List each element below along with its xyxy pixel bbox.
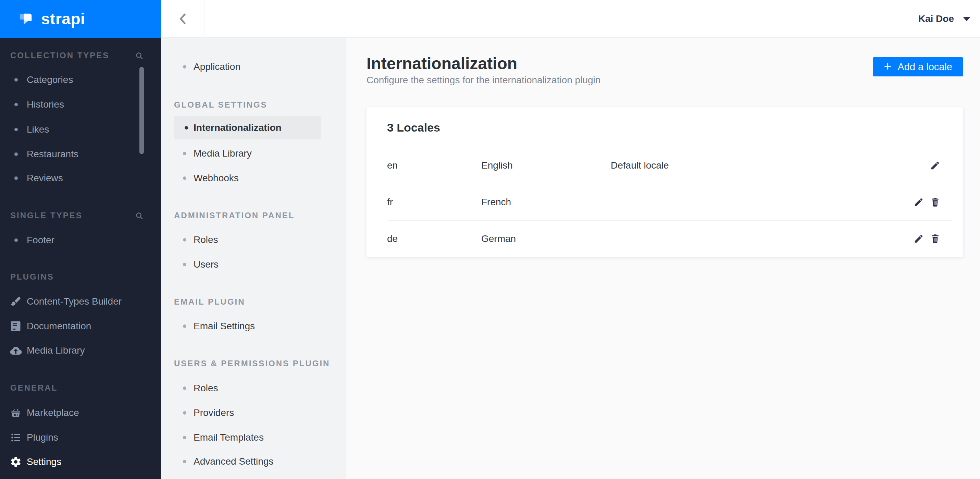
- sidebar-item-label: Categories: [27, 74, 73, 85]
- sidebar-item-label: Plugins: [27, 432, 58, 443]
- strapi-logo-icon: [18, 11, 33, 27]
- settings-item-media-library[interactable]: Media Library: [161, 141, 346, 166]
- settings-item-users[interactable]: Users: [161, 252, 346, 277]
- brush-icon: [9, 294, 22, 309]
- locales-card: 3 Locales en English Default locale fr F…: [366, 107, 963, 257]
- bullet-icon: [183, 436, 186, 439]
- basket-icon: [9, 406, 22, 420]
- settings-item-up-roles[interactable]: Roles: [161, 376, 346, 401]
- settings-item-email-settings[interactable]: Email Settings: [161, 314, 346, 339]
- locale-code: fr: [387, 197, 481, 208]
- sidebar-item-media-library[interactable]: Media Library: [0, 338, 161, 363]
- section-single-types: SINGLE TYPES: [0, 208, 161, 223]
- edit-pencil-icon[interactable]: [913, 233, 924, 244]
- sidebar-item-settings[interactable]: Settings: [0, 450, 161, 474]
- section-label: USERS & PERMISSIONS PLUGIN: [174, 359, 330, 368]
- settings-item-label: Internationalization: [194, 123, 282, 133]
- settings-item-label: Application: [194, 61, 240, 72]
- sidebar-item-label: Settings: [27, 457, 61, 467]
- bullet-icon: [183, 387, 186, 390]
- sidebar-item-label: Footer: [27, 235, 54, 246]
- sidebar-item-categories[interactable]: Categories: [0, 67, 161, 92]
- settings-item-label: Email Settings: [194, 321, 255, 332]
- settings-section-global-settings: GLOBAL SETTINGS: [161, 97, 346, 112]
- strapi-logo[interactable]: strapi: [0, 0, 161, 38]
- edit-pencil-icon[interactable]: [930, 160, 940, 171]
- user-name: Kai Doe: [918, 13, 954, 24]
- locales-card-title: 3 Locales: [366, 107, 963, 147]
- sidebar-item-label: Likes: [27, 124, 49, 135]
- add-locale-button[interactable]: + Add a locale: [873, 57, 963, 76]
- bullet-icon: [183, 460, 186, 463]
- section-label: SINGLE TYPES: [10, 211, 83, 220]
- settings-item-email-templates[interactable]: Email Templates: [161, 425, 346, 450]
- row-actions: [913, 233, 963, 244]
- delete-trash-icon[interactable]: [930, 233, 940, 244]
- section-label: EMAIL PLUGIN: [174, 297, 245, 307]
- locale-status: Default locale: [611, 160, 930, 171]
- section-label: GENERAL: [10, 383, 57, 393]
- sidebar-item-label: Documentation: [27, 321, 91, 332]
- sidebar-item-reviews[interactable]: Reviews: [0, 166, 161, 191]
- locale-row-de: de German: [366, 221, 963, 257]
- locale-code: de: [387, 233, 481, 244]
- section-plugins: PLUGINS: [0, 269, 161, 284]
- bullet-icon: [14, 128, 18, 131]
- bullet-icon: [14, 177, 18, 180]
- bullet-icon: [183, 177, 186, 180]
- delete-trash-icon[interactable]: [930, 197, 940, 208]
- settings-item-webhooks[interactable]: Webhooks: [161, 166, 346, 191]
- settings-item-label: Webhooks: [194, 173, 239, 184]
- search-icon[interactable]: [135, 212, 144, 220]
- edit-pencil-icon[interactable]: [913, 197, 924, 208]
- page-title: Internationalization: [366, 55, 517, 73]
- bullet-icon: [14, 78, 18, 81]
- sidebar-item-content-types-builder[interactable]: Content-Types Builder: [0, 289, 161, 314]
- user-menu[interactable]: Kai Doe: [918, 0, 970, 38]
- locale-name: German: [481, 233, 611, 244]
- sidebar-item-label: Content-Types Builder: [27, 296, 122, 307]
- list-icon: [9, 431, 22, 444]
- settings-item-internationalization[interactable]: Internationalization: [174, 116, 321, 140]
- locale-name: French: [481, 197, 611, 208]
- settings-item-roles[interactable]: Roles: [161, 228, 346, 252]
- bullet-icon: [14, 103, 18, 106]
- bullet-icon: [185, 126, 188, 129]
- bullet-icon: [183, 238, 186, 242]
- sidebar-item-footer[interactable]: Footer: [0, 228, 161, 253]
- search-icon[interactable]: [135, 51, 144, 60]
- section-collection-types: COLLECTION TYPES: [0, 48, 161, 63]
- settings-item-label: Providers: [194, 407, 234, 419]
- sidebar-item-label: Restaurants: [27, 149, 78, 160]
- sidebar-item-histories[interactable]: Histories: [0, 92, 161, 117]
- section-label: GLOBAL SETTINGS: [174, 100, 267, 110]
- main-content: Internationalization Configure the setti…: [346, 38, 980, 479]
- topbar: Kai Doe: [161, 0, 980, 38]
- book-icon: [9, 319, 22, 333]
- settings-item-application[interactable]: Application: [161, 54, 346, 79]
- section-label: ADMINISTRATION PANEL: [174, 211, 294, 220]
- settings-section-administration-panel: ADMINISTRATION PANEL: [161, 208, 346, 223]
- settings-section-email-plugin: EMAIL PLUGIN: [161, 294, 346, 309]
- sidebar-item-documentation[interactable]: Documentation: [0, 314, 161, 339]
- back-button[interactable]: [161, 0, 205, 38]
- app: strapi COLLECTION TYPES Categories Histo…: [0, 0, 980, 479]
- settings-item-advanced-settings[interactable]: Advanced Settings: [161, 449, 346, 474]
- bullet-icon: [183, 411, 186, 415]
- section-label: PLUGINS: [10, 272, 54, 282]
- settings-item-label: Users: [194, 259, 218, 270]
- sidebar-item-label: Reviews: [27, 173, 63, 184]
- main-sidebar: strapi COLLECTION TYPES Categories Histo…: [0, 0, 161, 479]
- bullet-icon: [183, 152, 186, 155]
- sidebar-item-marketplace[interactable]: Marketplace: [0, 401, 161, 425]
- sidebar-item-likes[interactable]: Likes: [0, 117, 161, 142]
- sidebar-item-plugins[interactable]: Plugins: [0, 425, 161, 450]
- bullet-icon: [183, 65, 186, 68]
- row-actions: [913, 197, 963, 208]
- sidebar-scrollbar[interactable]: [139, 67, 144, 154]
- section-label: COLLECTION TYPES: [10, 51, 109, 60]
- bullet-icon: [14, 153, 18, 156]
- cloud-upload-icon: [9, 344, 22, 357]
- sidebar-item-restaurants[interactable]: Restaurants: [0, 142, 161, 167]
- settings-item-providers[interactable]: Providers: [161, 401, 346, 425]
